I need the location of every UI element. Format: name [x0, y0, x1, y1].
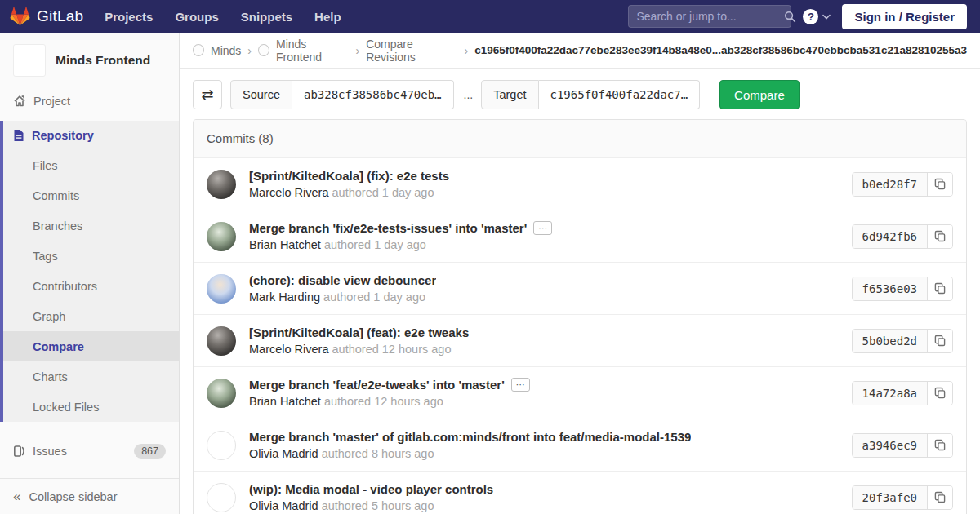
- help-menu[interactable]: ?: [803, 9, 831, 24]
- copy-icon: [934, 439, 946, 451]
- collapse-chevron-icon: «: [13, 490, 20, 503]
- breadcrumb-separator: ›: [355, 44, 359, 57]
- commit-sha[interactable]: f6536e03: [853, 277, 928, 300]
- collapse-sidebar-button[interactable]: « Collapse sidebar: [0, 478, 179, 514]
- sidebar-item-files[interactable]: Files: [3, 150, 179, 180]
- sidebar-item-repository[interactable]: Repository: [3, 121, 179, 150]
- copy-icon: [934, 178, 946, 190]
- commit-sha[interactable]: a3946ec9: [853, 434, 928, 457]
- search-box[interactable]: [628, 5, 791, 28]
- sidebar-item-graph[interactable]: Graph: [3, 301, 179, 331]
- copy-sha-button[interactable]: [928, 277, 952, 300]
- nav-snippets[interactable]: Snippets: [241, 10, 292, 24]
- copy-icon: [934, 230, 946, 242]
- compare-button[interactable]: Compare: [719, 80, 800, 109]
- home-icon: [13, 95, 26, 108]
- commit-info: Merge branch 'master' of gitlab.com:mind…: [249, 430, 842, 460]
- commit-sha-group: 6d942fb6: [852, 224, 953, 249]
- commit-title[interactable]: Merge branch 'fix/e2e-tests-issues' into…: [249, 221, 527, 235]
- breadcrumb-separator: ›: [465, 44, 469, 57]
- commit-row: [Sprint/KiltedKoala] (fix): e2e tests Ma…: [194, 157, 966, 210]
- commit-sha-group: b0ed28f7: [852, 172, 953, 197]
- commit-sha[interactable]: 6d942fb6: [853, 225, 928, 248]
- copy-sha-button[interactable]: [928, 225, 952, 248]
- search-icon: [784, 11, 796, 23]
- avatar: [207, 483, 236, 512]
- sidebar-item-project[interactable]: Project: [0, 86, 179, 116]
- breadcrumb-current-comparison: c1965f0f400fa22dac77ebe283ee39f14b8a48e0…: [474, 44, 967, 56]
- copy-sha-button[interactable]: [928, 330, 952, 352]
- expand-description-button[interactable]: ⋯: [511, 378, 530, 392]
- sidebar: Minds Frontend Project Repository Files …: [0, 33, 180, 514]
- breadcrumb-compare-revisions[interactable]: Compare Revisions: [366, 38, 457, 64]
- sidebar-item-label: Project: [33, 95, 70, 108]
- target-input-group: Target c1965f0f400fa22dac7…: [481, 80, 700, 109]
- commit-time: authored 1 day ago: [324, 238, 426, 251]
- copy-sha-button[interactable]: [928, 382, 952, 405]
- sidebar-item-branches[interactable]: Branches: [3, 210, 179, 241]
- commit-author[interactable]: Marcelo Rivera: [249, 186, 329, 199]
- commits-panel: Commits (8) [Sprint/KiltedKoala] (fix): …: [193, 119, 967, 514]
- commit-title[interactable]: (wip): Media modal - video player contro…: [249, 482, 493, 496]
- sidebar-item-locked-files[interactable]: Locked Files: [3, 392, 179, 422]
- commit-sha[interactable]: b0ed28f7: [853, 173, 928, 196]
- breadcrumb: Minds › Minds Frontend › Compare Revisio…: [180, 33, 980, 69]
- expand-description-button[interactable]: ⋯: [533, 221, 552, 235]
- commit-author[interactable]: Brian Hatchet: [249, 238, 321, 251]
- sidebar-item-contributors[interactable]: Contributors: [3, 271, 179, 301]
- sign-in-register-button[interactable]: Sign in / Register: [842, 4, 967, 29]
- sidebar-item-compare[interactable]: Compare: [3, 331, 179, 361]
- commit-time: authored 12 hours ago: [324, 395, 443, 408]
- top-navbar: GitLab Projects Groups Snippets Help ?: [0, 0, 980, 33]
- commit-title[interactable]: [Sprint/KiltedKoala] (feat): e2e tweaks: [249, 326, 469, 339]
- commit-title[interactable]: (chore): disable view debouncer: [249, 273, 436, 287]
- commit-author[interactable]: Mark Harding: [249, 290, 320, 304]
- source-ref-dropdown[interactable]: ab328cf38586bc470eb…: [292, 80, 454, 109]
- breadcrumb-separator: ›: [247, 44, 252, 57]
- sidebar-repository-section: Repository Files Commits Branches Tags C…: [0, 121, 179, 422]
- commit-sha[interactable]: 20f3afe0: [853, 486, 928, 509]
- sidebar-item-tags[interactable]: Tags: [3, 241, 179, 271]
- help-icon: ?: [803, 9, 818, 24]
- commit-title[interactable]: Merge branch 'feat/e2e-tweaks' into 'mas…: [249, 378, 505, 392]
- commit-author[interactable]: Olivia Madrid: [249, 499, 318, 512]
- copy-icon: [934, 491, 946, 503]
- avatar: [207, 326, 236, 356]
- copy-sha-button[interactable]: [928, 434, 952, 457]
- commit-sha-group: 14a72a8a: [852, 381, 953, 405]
- gitlab-logo[interactable]: GitLab: [10, 7, 83, 26]
- commit-title[interactable]: [Sprint/KiltedKoala] (fix): e2e tests: [249, 169, 449, 183]
- source-label: Source: [230, 80, 292, 109]
- commit-time: authored 1 day ago: [332, 186, 434, 199]
- sidebar-item-issues[interactable]: Issues 867: [0, 436, 179, 466]
- swap-revisions-button[interactable]: ⇄: [193, 80, 222, 109]
- target-label: Target: [481, 80, 538, 109]
- copy-icon: [934, 335, 946, 347]
- commit-author[interactable]: Marcelo Rivera: [249, 343, 329, 356]
- commit-sha-group: 5b0bed2d: [852, 329, 953, 353]
- target-ref-dropdown[interactable]: c1965f0f400fa22dac7…: [539, 80, 701, 109]
- commit-author[interactable]: Brian Hatchet: [249, 395, 321, 408]
- commit-row: [Sprint/KiltedKoala] (feat): e2e tweaks …: [194, 314, 966, 366]
- search-input[interactable]: [636, 10, 784, 23]
- breadcrumb-project-avatar: [258, 44, 270, 56]
- copy-sha-button[interactable]: [928, 173, 952, 196]
- commit-time: authored 12 hours ago: [332, 343, 452, 356]
- commit-row: (wip): Media modal - video player contro…: [194, 471, 966, 514]
- sidebar-item-commits[interactable]: Commits: [3, 180, 179, 210]
- nav-projects[interactable]: Projects: [105, 10, 153, 24]
- sidebar-project-header[interactable]: Minds Frontend: [0, 33, 179, 86]
- commit-title[interactable]: Merge branch 'master' of gitlab.com:mind…: [249, 430, 691, 444]
- breadcrumb-minds[interactable]: Minds: [211, 44, 241, 57]
- copy-sha-button[interactable]: [928, 486, 952, 509]
- nav-help[interactable]: Help: [314, 10, 341, 24]
- commit-sha[interactable]: 14a72a8a: [853, 382, 928, 405]
- nav-groups[interactable]: Groups: [175, 10, 218, 24]
- commit-sha[interactable]: 5b0bed2d: [853, 330, 928, 352]
- avatar: [207, 431, 236, 460]
- breadcrumb-minds-frontend[interactable]: Minds Frontend: [276, 38, 350, 64]
- commit-time: authored 1 day ago: [323, 290, 425, 304]
- commit-author[interactable]: Olivia Madrid: [249, 447, 318, 460]
- copy-icon: [934, 282, 946, 295]
- sidebar-item-charts[interactable]: Charts: [3, 361, 179, 392]
